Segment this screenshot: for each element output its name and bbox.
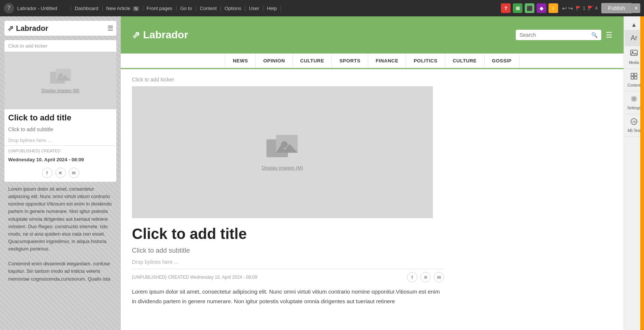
settings-panel-icon bbox=[630, 95, 638, 104]
preview-logo-icon: ⇗ bbox=[132, 29, 140, 41]
app-title: Labrador - Untitled bbox=[17, 6, 57, 11]
preview-twitter-share[interactable]: ✕ bbox=[420, 272, 431, 282]
publish-button[interactable]: Publish bbox=[601, 3, 632, 13]
nav-dashboard[interactable]: Dashboard bbox=[71, 6, 103, 11]
nav-culture2[interactable]: CULTURE bbox=[445, 54, 485, 68]
nav-user[interactable]: User bbox=[245, 6, 263, 11]
undo-button[interactable]: ↩ bbox=[562, 5, 567, 12]
abtest-panel-icon: AB bbox=[630, 118, 638, 127]
preview-search-input[interactable] bbox=[520, 32, 591, 38]
sidebar-kicker[interactable]: Click to add kicker bbox=[4, 40, 116, 52]
topbar-nav: Dashboard New Article N Front pages Go t… bbox=[71, 6, 501, 11]
preview-share-icons: f ✕ ✉ bbox=[407, 272, 444, 282]
sidebar-date: Wednesday 10. April 2024 - 08:09 bbox=[4, 156, 116, 165]
preview-nav: NEWS OPINION CULTURE SPORTS FINANCE POLI… bbox=[121, 54, 624, 69]
nav-help[interactable]: Help bbox=[263, 6, 281, 11]
nav-sports[interactable]: SPORTS bbox=[332, 54, 368, 68]
publish-dropdown-button[interactable]: ▾ bbox=[632, 3, 640, 13]
preview-search-icon: 🔍 bbox=[591, 32, 598, 38]
preview-meta: (UNPUBLISHED) CREATED Wednesday 10. Apri… bbox=[132, 275, 257, 280]
grid-tool-button[interactable]: ⊞ bbox=[513, 3, 522, 13]
preview-bylines[interactable]: Drop bylines here ... bbox=[132, 259, 444, 269]
preview-meta-status: (UNPUBLISHED) CREATED bbox=[132, 275, 189, 280]
svg-rect-8 bbox=[631, 73, 634, 76]
media-panel-label: Media bbox=[629, 61, 639, 65]
nav-content[interactable]: Content bbox=[196, 6, 221, 11]
publish-group: Publish ▾ bbox=[601, 3, 640, 13]
sidebar-bylines[interactable]: Drop bylines here ... bbox=[4, 135, 116, 146]
sidebar-facebook-share[interactable]: f bbox=[42, 168, 52, 178]
version-flag: 1 bbox=[583, 6, 585, 11]
preview-title[interactable]: Click to add title bbox=[132, 226, 444, 242]
redo-button[interactable]: ↪ bbox=[568, 5, 573, 12]
sidebar-image-placeholder[interactable]: Display images (M) bbox=[4, 52, 116, 109]
preview-brand-name: Labrador bbox=[143, 29, 188, 41]
preview-image-label[interactable]: Display images (M) bbox=[262, 165, 303, 171]
preview-kicker[interactable]: Click to add kicker bbox=[132, 77, 444, 82]
flag-icon: 🚩 bbox=[576, 6, 581, 11]
sidebar-share-icons: f ✕ ✉ bbox=[4, 165, 116, 182]
sidebar-brand-header: ⇗ Labrador ☰ bbox=[4, 21, 116, 36]
content-panel-label: Content bbox=[627, 83, 640, 87]
preview-subtitle[interactable]: Click to add subtitle bbox=[132, 247, 444, 255]
nav-opinion[interactable]: OPINION bbox=[256, 54, 292, 68]
nav-gossip[interactable]: GOSSIP bbox=[485, 54, 520, 68]
sidebar-email-share[interactable]: ✉ bbox=[69, 168, 79, 178]
nav-options[interactable]: Options bbox=[221, 6, 245, 11]
svg-rect-10 bbox=[631, 77, 634, 79]
preview-header: ⇗ Labrador 🔍 ☰ bbox=[121, 16, 624, 54]
svg-point-12 bbox=[633, 98, 635, 100]
version-count-label: 4 bbox=[595, 6, 598, 11]
preview-brand: ⇗ Labrador bbox=[132, 29, 188, 41]
text-tool-button[interactable]: T bbox=[501, 3, 511, 13]
preview-header-right: 🔍 ☰ bbox=[516, 30, 612, 40]
toolbar-icons: T ⊞ ⬛ ◆ ⚡ bbox=[501, 3, 558, 13]
sidebar-menu-icon[interactable]: ☰ bbox=[107, 24, 113, 32]
media-panel-icon bbox=[630, 50, 638, 59]
orange-notification-strip bbox=[640, 16, 644, 330]
nav-finance[interactable]: FINANCE bbox=[368, 54, 406, 68]
preview-image-placeholder[interactable]: Display images (M) bbox=[132, 86, 433, 218]
nav-politics[interactable]: POLITICS bbox=[406, 54, 445, 68]
sidebar-article-card: Click to add kicker Display images (M) C… bbox=[4, 40, 116, 182]
sidebar-body-text-1: Lorem ipsum dolor sit amet, consectetur … bbox=[4, 182, 116, 256]
sidebar-twitter-share[interactable]: ✕ bbox=[55, 168, 66, 178]
star-tool-button[interactable]: ⬛ bbox=[525, 3, 534, 13]
sidebar-meta-status: (UNPUBLISHED) CREATED bbox=[4, 146, 116, 156]
sidebar-brand-name: Labrador bbox=[16, 24, 48, 33]
sidebar-image-label[interactable]: Display images (M) bbox=[41, 88, 80, 93]
new-article-badge: N bbox=[133, 6, 139, 11]
nav-news[interactable]: NEWS bbox=[225, 54, 256, 68]
sidebar-logo-icon: ⇗ bbox=[7, 24, 14, 33]
sidebar-subtitle[interactable]: Click to add subtitle bbox=[4, 126, 116, 135]
main-layout: ⇗ Labrador ☰ Click to add kicker Display… bbox=[0, 16, 644, 330]
preview-email-share[interactable]: ✉ bbox=[434, 272, 444, 282]
svg-rect-11 bbox=[634, 77, 637, 79]
nav-new-article[interactable]: New Article N bbox=[103, 6, 143, 11]
undo-redo-group: ↩ ↪ bbox=[562, 5, 573, 12]
preview-menu-icon[interactable]: ☰ bbox=[606, 30, 612, 39]
flash-tool-button[interactable]: ⚡ bbox=[548, 3, 558, 13]
preview-facebook-share[interactable]: f bbox=[407, 272, 417, 282]
svg-text:AB: AB bbox=[632, 120, 636, 123]
app-logo-icon[interactable]: ? bbox=[4, 3, 14, 13]
main-preview: ⇗ Labrador 🔍 ☰ NEWS OPINION CULTURE SPOR… bbox=[121, 16, 624, 330]
article-panel-icon: Ar bbox=[631, 34, 637, 42]
nav-culture[interactable]: CULTURE bbox=[293, 54, 332, 68]
diamond-tool-button[interactable]: ◆ bbox=[537, 3, 546, 13]
settings-panel-label: Settings bbox=[627, 106, 641, 110]
preview-meta-row: (UNPUBLISHED) CREATED Wednesday 10. Apri… bbox=[132, 272, 444, 282]
svg-rect-9 bbox=[634, 73, 637, 76]
version-info: 🚩 1 🚩 4 bbox=[576, 6, 598, 11]
logo-area: ? Labrador - Untitled bbox=[4, 3, 71, 13]
nav-front-pages[interactable]: Front pages bbox=[143, 6, 177, 11]
nav-go-to[interactable]: Go to bbox=[177, 6, 196, 11]
content-panel-icon bbox=[630, 72, 638, 82]
left-sidebar: ⇗ Labrador ☰ Click to add kicker Display… bbox=[0, 16, 121, 330]
svg-rect-6 bbox=[631, 50, 637, 55]
preview-article-content: Click to add kicker Display images (M) C… bbox=[121, 69, 455, 313]
preview-search-bar: 🔍 bbox=[516, 30, 601, 40]
preview-date: Wednesday 10. April 2024 - 08:09 bbox=[190, 275, 257, 280]
sidebar-title[interactable]: Click to add title bbox=[4, 109, 116, 126]
version-count: 🚩 bbox=[587, 6, 593, 11]
